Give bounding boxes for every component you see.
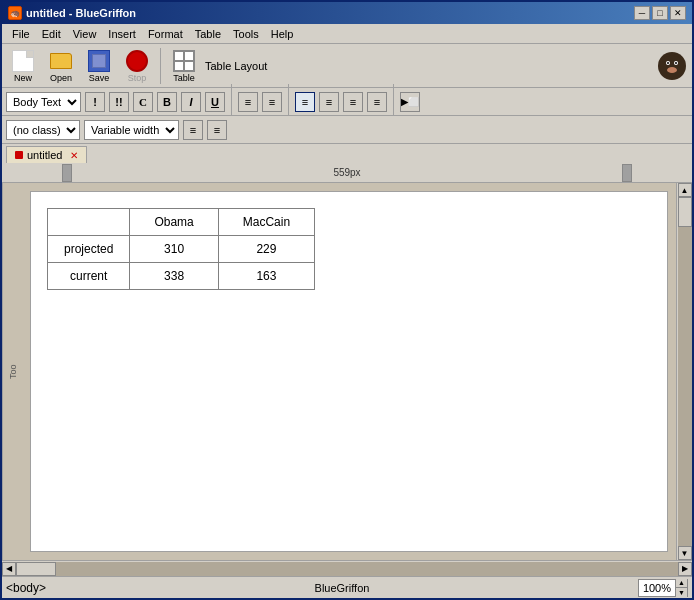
table-header-empty <box>48 209 130 236</box>
tab-label: untitled <box>27 149 62 161</box>
menu-view[interactable]: View <box>67 27 103 41</box>
scroll-left-button[interactable]: ◀ <box>2 562 16 576</box>
scroll-track[interactable] <box>678 197 692 546</box>
ol-btn[interactable]: ≡ <box>262 92 282 112</box>
outdent-btn[interactable]: ≡ <box>207 120 227 140</box>
class-select[interactable]: (no class) <box>6 120 80 140</box>
stop-label: Stop <box>128 73 147 83</box>
zoom-up-arrow[interactable]: ▲ <box>675 579 687 588</box>
bold-btn[interactable]: B <box>157 92 177 112</box>
maximize-button[interactable]: □ <box>652 6 668 20</box>
scroll-down-button[interactable]: ▼ <box>678 546 692 560</box>
ruler-right-handle[interactable] <box>622 164 632 182</box>
status-tag: <body> <box>6 581 46 595</box>
svg-point-3 <box>667 62 669 64</box>
svg-point-0 <box>658 52 686 80</box>
align-justify-btn[interactable]: ≡ <box>367 92 387 112</box>
stop-circle-icon <box>126 50 148 72</box>
menu-bar: File Edit View Insert Format Table Tools… <box>2 24 692 44</box>
editor-container: 559px Too Obama MacCain projected <box>2 163 692 576</box>
open-folder-icon <box>50 53 72 69</box>
scroll-thumb[interactable] <box>678 197 692 227</box>
format-sep-3 <box>393 84 394 120</box>
align-left-btn[interactable]: ≡ <box>295 92 315 112</box>
tab-untitled[interactable]: untitled ✕ <box>6 146 87 163</box>
save-disk-icon <box>88 50 110 72</box>
tab-close-button[interactable]: ✕ <box>70 150 78 161</box>
app-icon: 🦔 <box>8 6 22 20</box>
table-header-row: Obama MacCain <box>48 209 315 236</box>
open-label: Open <box>50 73 72 83</box>
menu-tools[interactable]: Tools <box>227 27 265 41</box>
table-icon <box>172 49 196 73</box>
save-button[interactable]: Save <box>82 46 116 86</box>
toolbar-sep-1 <box>160 48 161 84</box>
app-name: BlueGriffon <box>315 582 370 594</box>
data-table: Obama MacCain projected 310 229 current … <box>47 208 315 290</box>
ruler: 559px <box>2 163 692 183</box>
ul-btn[interactable]: ≡ <box>238 92 258 112</box>
width-select[interactable]: Variable width <box>84 120 179 140</box>
zoom-down-arrow[interactable]: ▼ <box>675 588 687 597</box>
left-ruler: Too <box>2 183 22 560</box>
ruler-left-handle[interactable] <box>62 164 72 182</box>
scroll-up-button[interactable]: ▲ <box>678 183 692 197</box>
new-label: New <box>14 73 32 83</box>
table-header-maccain: MacCain <box>218 209 314 236</box>
underline-btn[interactable]: U <box>205 92 225 112</box>
new-doc-icon <box>12 50 34 72</box>
mascot-icon <box>656 50 688 82</box>
indent-btn[interactable]: ≡ <box>183 120 203 140</box>
status-bar: <body> BlueGriffon 100% ▲ ▼ <box>2 576 692 598</box>
exclaim-double-btn[interactable]: !! <box>109 92 129 112</box>
save-label: Save <box>89 73 110 83</box>
svg-point-4 <box>675 62 677 64</box>
table-header-obama: Obama <box>130 209 218 236</box>
stop-button[interactable]: Stop <box>120 46 154 86</box>
clear-btn[interactable]: C <box>133 92 153 112</box>
menu-insert[interactable]: Insert <box>102 27 142 41</box>
exclaim-single-btn[interactable]: ! <box>85 92 105 112</box>
align-right-btn[interactable]: ≡ <box>343 92 363 112</box>
menu-edit[interactable]: Edit <box>36 27 67 41</box>
tab-area: untitled ✕ <box>2 144 692 163</box>
title-bar: 🦔 untitled - BlueGriffon ─ □ ✕ <box>2 2 692 24</box>
align-center-btn[interactable]: ≡ <box>319 92 339 112</box>
menu-format[interactable]: Format <box>142 27 189 41</box>
tab-modified-indicator <box>15 151 23 159</box>
style-select[interactable]: Body Text <box>6 92 81 112</box>
h-scroll-track[interactable] <box>16 562 678 576</box>
menu-file[interactable]: File <box>6 27 36 41</box>
table-cell-current-obama: 338 <box>130 263 218 290</box>
title-bar-left: 🦔 untitled - BlueGriffon <box>8 6 136 20</box>
minimize-button[interactable]: ─ <box>634 6 650 20</box>
save-icon <box>87 49 111 73</box>
editor-content[interactable]: Obama MacCain projected 310 229 current … <box>30 191 668 552</box>
ruler-text: 559px <box>333 167 360 178</box>
close-button[interactable]: ✕ <box>670 6 686 20</box>
table-button[interactable]: Table <box>167 46 201 86</box>
main-toolbar: New Open Save Stop <box>2 44 692 88</box>
title-bar-buttons: ─ □ ✕ <box>634 6 686 20</box>
menu-help[interactable]: Help <box>265 27 300 41</box>
scroll-right-button[interactable]: ▶ <box>678 562 692 576</box>
h-scroll-thumb[interactable] <box>16 562 56 576</box>
new-icon <box>11 49 35 73</box>
zoom-value: 100% <box>639 582 675 594</box>
table-cell-projected-obama: 310 <box>130 236 218 263</box>
stop-icon <box>125 49 149 73</box>
italic-btn[interactable]: I <box>181 92 201 112</box>
format-sep-1 <box>231 84 232 120</box>
table-label: Table <box>173 73 195 83</box>
table-grid-icon <box>173 50 195 72</box>
zoom-spinner[interactable]: 100% ▲ ▼ <box>638 579 688 597</box>
new-button[interactable]: New <box>6 46 40 86</box>
window-title: untitled - BlueGriffon <box>26 7 136 19</box>
menu-table[interactable]: Table <box>189 27 227 41</box>
table-row-current: current 338 163 <box>48 263 315 290</box>
open-button[interactable]: Open <box>44 46 78 86</box>
format-sep-2 <box>288 84 289 120</box>
zoom-arrows: ▲ ▼ <box>675 579 687 597</box>
indent-toolbar: (no class) Variable width ≡ ≡ <box>2 116 692 144</box>
color-btn[interactable]: ▶⬜ <box>400 92 420 112</box>
